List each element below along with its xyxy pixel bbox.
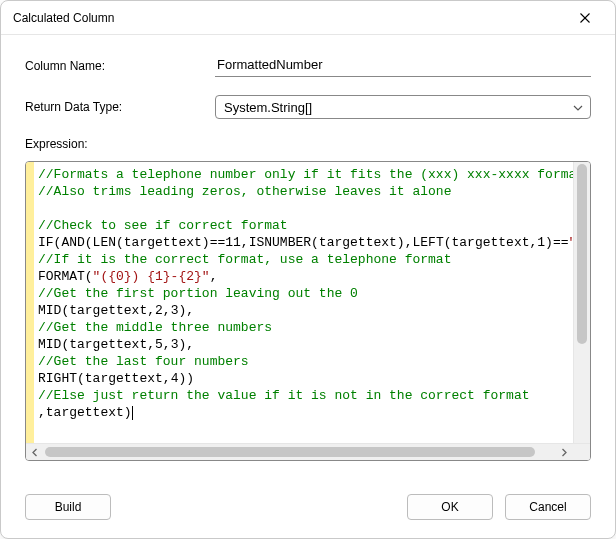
button-row: Build OK Cancel: [1, 476, 615, 538]
scroll-left-icon[interactable]: [26, 444, 43, 461]
code-line: //Formats a telephone number only if it …: [38, 167, 573, 182]
code-line: FORMAT("({0}) {1}-{2}",: [38, 269, 217, 284]
horizontal-scroll-thumb[interactable]: [45, 447, 535, 457]
close-button[interactable]: [563, 4, 607, 32]
column-name-input[interactable]: [215, 55, 591, 77]
return-type-select[interactable]: System.String[]: [215, 95, 591, 119]
scroll-corner: [573, 444, 590, 461]
editor-gutter: [26, 162, 34, 443]
close-icon: [580, 13, 590, 23]
code-line: //Get the last four numbers: [38, 354, 249, 369]
dialog-content: Column Name: Return Data Type: System.St…: [1, 35, 615, 476]
label-return-type: Return Data Type:: [25, 100, 215, 114]
code-line: //If it is the correct format, use a tel…: [38, 252, 451, 267]
code-line: MID(targettext,5,3),: [38, 337, 194, 352]
label-expression: Expression:: [25, 137, 591, 151]
titlebar: Calculated Column: [1, 1, 615, 35]
return-type-value: System.String[]: [224, 100, 312, 115]
cancel-button[interactable]: Cancel: [505, 494, 591, 520]
horizontal-scrollbar[interactable]: [26, 443, 590, 460]
ok-button[interactable]: OK: [407, 494, 493, 520]
dialog-window: Calculated Column Column Name: Return Da…: [0, 0, 616, 539]
code-line: //Else just return the value if it is no…: [38, 388, 529, 403]
code-area[interactable]: //Formats a telephone number only if it …: [34, 162, 573, 443]
code-line: RIGHT(targettext,4)): [38, 371, 194, 386]
scroll-right-icon[interactable]: [556, 444, 573, 461]
code-line: //Also trims leading zeros, otherwise le…: [38, 184, 451, 199]
text-cursor: [132, 406, 133, 420]
code-line: //Check to see if correct format: [38, 218, 288, 233]
vertical-scroll-thumb[interactable]: [577, 164, 587, 344]
row-return-type: Return Data Type: System.String[]: [25, 95, 591, 119]
vertical-scrollbar[interactable]: [573, 162, 590, 443]
code-line: MID(targettext,2,3),: [38, 303, 194, 318]
code-line: //Get the first portion leaving out the …: [38, 286, 358, 301]
row-column-name: Column Name:: [25, 55, 591, 77]
horizontal-scroll-track[interactable]: [43, 444, 556, 460]
label-column-name: Column Name:: [25, 59, 215, 73]
window-title: Calculated Column: [13, 11, 114, 25]
expression-editor[interactable]: //Formats a telephone number only if it …: [25, 161, 591, 461]
code-line: //Get the middle three numbers: [38, 320, 272, 335]
build-button[interactable]: Build: [25, 494, 111, 520]
code-line: ,targettext): [38, 405, 133, 420]
code-line: IF(AND(LEN(targettext)==11,ISNUMBER(targ…: [38, 235, 573, 250]
